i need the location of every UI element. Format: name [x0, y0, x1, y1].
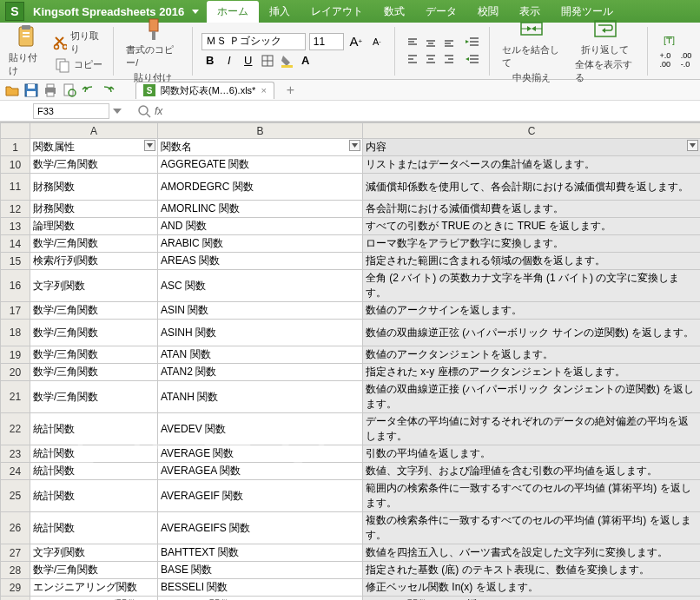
col-header-C[interactable]: C — [363, 123, 701, 139]
tab-formula[interactable]: 数式 — [373, 1, 415, 23]
cell[interactable]: 指定された x-y 座標のアークタンジェントを返します。 — [363, 364, 701, 381]
zoom-formula-icon[interactable] — [137, 104, 151, 118]
cut-button[interactable]: 切り取り — [53, 30, 104, 56]
cell[interactable]: 数学/三角関数 — [30, 562, 158, 579]
align-center-button[interactable] — [422, 51, 439, 67]
align-top-button[interactable] — [404, 35, 421, 50]
cell[interactable]: AREAS 関数 — [158, 253, 363, 270]
cell[interactable]: ATAN2 関数 — [158, 364, 363, 381]
cell[interactable]: ARABIC 関数 — [158, 235, 363, 253]
cell[interactable]: 数値を四捨五入し、バーツ書式を設定した文字列に変換します。 — [363, 544, 701, 562]
font-color-button[interactable]: A — [297, 52, 314, 69]
cell[interactable]: AMORLINC 関数 — [158, 201, 363, 218]
cell[interactable]: AVERAGEA 関数 — [158, 463, 363, 480]
cell[interactable]: AVERAGE 関数 — [158, 445, 363, 463]
filter-dropdown-icon[interactable] — [687, 140, 698, 151]
cell[interactable]: AVERAGEIFS 関数 — [158, 512, 363, 544]
underline-button[interactable]: U — [240, 52, 257, 69]
cell[interactable]: 検索/行列関数 — [30, 253, 158, 270]
number-format-button[interactable]: [₸] — [664, 34, 688, 46]
row-header[interactable]: 21 — [1, 381, 30, 413]
name-box[interactable]: F33 — [33, 103, 109, 119]
cell[interactable]: ローマ数字をアラビア数字に変換します。 — [363, 235, 701, 253]
cell[interactable]: 複数の検索条件に一致するすべてのセルの平均値 (算術平均) を返します。 — [363, 512, 701, 544]
increase-indent-button[interactable] — [465, 53, 480, 67]
row-header[interactable]: 23 — [1, 445, 30, 463]
cell[interactable]: 論理関数 — [30, 218, 158, 235]
italic-button[interactable]: I — [221, 52, 238, 69]
tab-layout[interactable]: レイアウト — [300, 1, 373, 23]
align-right-button[interactable] — [440, 51, 458, 67]
cell[interactable]: 数学/三角関数 — [30, 320, 158, 346]
print-preview-icon[interactable] — [63, 83, 76, 97]
row-header[interactable]: 26 — [1, 512, 30, 544]
merge-cells-button[interactable]: セルを結合して 中央揃え — [499, 16, 565, 86]
cell[interactable]: BESSELJ 関数 — [158, 597, 363, 601]
cell[interactable]: エンジニアリング関数 — [30, 597, 158, 601]
cell[interactable]: 数学/三角関数 — [30, 346, 158, 364]
paste-button[interactable]: 貼り付け — [5, 23, 46, 79]
workbook-tab[interactable]: S 関数対応表(M…6).xls* × — [135, 82, 274, 99]
cell[interactable]: AMORDEGRC 関数 — [158, 174, 363, 201]
col-header-A[interactable]: A — [30, 123, 158, 139]
row-header[interactable]: 15 — [1, 253, 30, 270]
increase-decimal-button[interactable]: +.0.00 — [657, 51, 674, 69]
cell[interactable]: 統計関数 — [30, 480, 158, 512]
row-header[interactable]: 20 — [1, 364, 30, 381]
cell[interactable]: ASIN 関数 — [158, 302, 363, 320]
row-header[interactable]: 25 — [1, 480, 30, 512]
cell[interactable]: 指定された範囲に含まれる領域の個数を返します。 — [363, 253, 701, 270]
tab-home[interactable]: ホーム — [207, 1, 259, 23]
cell[interactable]: 関数属性 — [30, 139, 158, 156]
undo-icon[interactable] — [82, 83, 96, 97]
row-header[interactable]: 13 — [1, 218, 30, 235]
save-icon[interactable] — [24, 83, 38, 97]
cell[interactable]: AND 関数 — [158, 218, 363, 235]
cell[interactable]: 関数名 — [158, 139, 363, 156]
cell[interactable]: 指定された基数 (底) のテキスト表現に、数値を変換します。 — [363, 562, 701, 579]
tab-data[interactable]: データ — [415, 1, 467, 23]
cell[interactable]: 範囲内の検索条件に一致するすべてのセルの平均値 (算術平均) を返します。 — [363, 480, 701, 512]
cell[interactable]: エンジニアリング関数 — [30, 579, 158, 597]
row-header[interactable]: 24 — [1, 463, 30, 480]
cell[interactable]: リストまたはデータベースの集計値を返します。 — [363, 156, 701, 174]
fx-icon[interactable]: fx — [155, 105, 162, 117]
format-painter-button[interactable]: 書式のコピー/ 貼り付け — [122, 16, 183, 86]
cell[interactable]: ASC 関数 — [158, 270, 363, 302]
row-header[interactable]: 16 — [1, 270, 30, 302]
row-header[interactable]: 17 — [1, 302, 30, 320]
cell[interactable]: 文字列関数 — [30, 544, 158, 562]
titlebar-dropdown[interactable] — [189, 0, 201, 23]
cell[interactable]: 数学/三角関数 — [30, 235, 158, 253]
cell[interactable]: 統計関数 — [30, 413, 158, 445]
cell[interactable]: AGGREGATE 関数 — [158, 156, 363, 174]
cell[interactable]: 数学/三角関数 — [30, 381, 158, 413]
row-header[interactable]: 27 — [1, 544, 30, 562]
cell[interactable]: 財務関数 — [30, 174, 158, 201]
cell[interactable]: 数学/三角関数 — [30, 364, 158, 381]
cell[interactable]: 財務関数 — [30, 201, 158, 218]
copy-button[interactable]: コピー — [55, 57, 102, 73]
cell[interactable]: 数学/三角関数 — [30, 156, 158, 174]
print-icon[interactable] — [43, 83, 57, 97]
cell[interactable]: BASE 関数 — [158, 562, 363, 579]
font-name-select[interactable]: ＭＳ Ｐゴシック — [201, 33, 306, 50]
cell[interactable]: 数値のアークサインを返します。 — [363, 302, 701, 320]
filter-dropdown-icon[interactable] — [144, 140, 155, 151]
align-bottom-button[interactable] — [440, 35, 458, 50]
align-left-button[interactable] — [404, 51, 421, 67]
cell[interactable]: 内容 — [363, 139, 701, 156]
cell[interactable]: 引数の平均値を返します。 — [363, 445, 701, 463]
open-icon[interactable] — [5, 83, 19, 97]
cell[interactable]: データ全体の平均値に対するそれぞれのデータの絶対偏差の平均を返します。 — [363, 413, 701, 445]
formula-input[interactable] — [166, 103, 695, 119]
new-tab-button[interactable]: + — [280, 82, 301, 98]
row-header[interactable]: 14 — [1, 235, 30, 253]
redo-icon[interactable] — [101, 83, 115, 97]
cell[interactable]: ベッセル関数 Jn(x) を返します。 — [363, 597, 701, 601]
row-header[interactable]: 11 — [1, 174, 30, 201]
cell[interactable]: 減価償却係数を使用して、各会計期における減価償却費を返します。 — [363, 174, 701, 201]
close-tab-icon[interactable]: × — [261, 85, 266, 96]
tab-insert[interactable]: 挿入 — [259, 1, 300, 23]
cell[interactable]: すべての引数が TRUE のときに TRUE を返します。 — [363, 218, 701, 235]
